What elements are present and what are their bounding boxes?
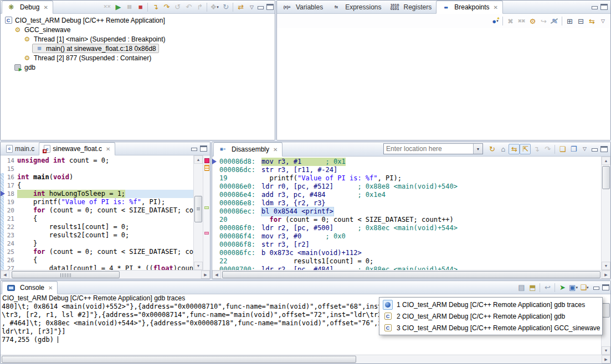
scroll-thumb[interactable]	[602, 166, 610, 189]
tree-row[interactable]: CCIO_test_ARM Debug [C/C++ Remote Applic…	[1, 15, 275, 25]
tree-row[interactable]: ⚙Thread [1] <main> (Suspended : Breakpoi…	[1, 34, 275, 44]
view-menu-icon[interactable]: ▽	[250, 4, 254, 10]
maximize-button[interactable]	[600, 146, 608, 152]
tab-debug[interactable]: ❋ Debug ✕	[2, 1, 53, 14]
skip-all-breakpoints-icon[interactable]: ✎	[549, 16, 560, 27]
tree-row[interactable]: ≡main() at sinewave_float.c:18 0x86d8	[1, 44, 275, 53]
resume-icon[interactable]: ▶	[112, 2, 124, 12]
close-icon[interactable]: ✕	[273, 147, 278, 153]
location-combo[interactable]: ▼	[383, 143, 483, 154]
scroll-down-arrow[interactable]: ▼	[194, 262, 203, 270]
editor-line[interactable]: 25 for (count = 0; count < SIZE_DATASET;…	[1, 248, 193, 256]
minimize-button[interactable]	[191, 145, 198, 152]
open-console-icon[interactable]: ❏▾	[579, 282, 590, 293]
scroll-thumb[interactable]	[222, 271, 600, 278]
disassembly-line[interactable]: 000086f4:mov r3, #0 ; 0x0	[212, 232, 601, 241]
pin-console-icon[interactable]: ➤	[557, 282, 568, 293]
minimize-button[interactable]	[591, 146, 598, 152]
scroll-track[interactable]	[602, 165, 610, 262]
tab-expressions[interactable]: fxExpressions	[327, 1, 386, 13]
tree-row[interactable]: ⚙Thread [2] 877 (Suspended : Container)	[1, 53, 275, 63]
view-menu-icon[interactable]: ▽	[579, 144, 590, 154]
disassembly-line[interactable]: 000086fc:b 0x873c <main(void)+112>	[212, 249, 601, 257]
breakpoint-settings-icon[interactable]: ⚙	[527, 16, 538, 27]
maximize-button[interactable]	[266, 4, 274, 10]
scroll-thumb[interactable]	[2, 356, 356, 363]
selected-stack-frame[interactable]: ≡main() at sinewave_float.c:18 0x86d8	[32, 44, 159, 53]
track-expression-icon[interactable]: ⇱	[520, 144, 531, 154]
combo-dropdown-icon[interactable]: ▼	[473, 144, 482, 154]
scroll-left-arrow[interactable]: ◀	[1, 271, 9, 279]
tab-disassembly[interactable]: ≣≡ Disassembly ✕	[213, 142, 283, 157]
location-input[interactable]	[384, 145, 473, 153]
disassembly-code-area[interactable]: 000086d8:mov r3, #1 ; 0x1000086dc:str r3…	[212, 157, 601, 270]
close-icon[interactable]: ✕	[494, 4, 498, 11]
disassembly-line[interactable]: 000086f8:str r3, [r2]	[212, 241, 601, 249]
scroll-right-arrow[interactable]: ▶	[602, 271, 610, 279]
editor-line[interactable]: 20 for (count = 0; count < SIZE_DATASET;…	[1, 206, 193, 215]
instruction-stepping-icon[interactable]: ↻	[220, 2, 231, 12]
scroll-up-arrow[interactable]: ▲	[602, 157, 610, 165]
tree-row[interactable]: ⚙GCC_sinewave	[1, 25, 275, 34]
sync-with-context-icon[interactable]: ⇆	[509, 144, 520, 154]
refresh-disassembly-icon[interactable]: ↻	[486, 144, 497, 154]
scroll-lock-icon[interactable]: ⬒	[527, 282, 538, 293]
overview-ruler[interactable]	[203, 155, 210, 270]
close-icon[interactable]: ✕	[43, 4, 48, 11]
error-marker[interactable]	[204, 158, 209, 163]
tab-variables[interactable]: (x)=Variables	[278, 1, 327, 13]
current-line-marker[interactable]	[204, 206, 209, 209]
disassembly-line[interactable]: 000086e8:ldm r3, {r2, r3}	[212, 199, 601, 207]
home-icon[interactable]: ⌂	[497, 144, 509, 154]
editor-line[interactable]: 22 results1[count] = 0;	[1, 223, 193, 231]
close-icon[interactable]: ✕	[48, 285, 53, 291]
editor-line[interactable]: 26 {	[1, 256, 193, 264]
console-menu-item[interactable]: C3 CIO_test_ARM Debug [C/C++ Remote Appl…	[380, 322, 602, 334]
editor-code-area[interactable]: 14unsigned int count = 0;1516int main(vo…	[1, 155, 193, 270]
scroll-thumb[interactable]	[194, 196, 202, 222]
editor-line[interactable]: 17{	[1, 181, 193, 190]
scroll-track[interactable]	[9, 271, 201, 279]
disassembly-line[interactable]: 000086e4:add r3, pc, #484 ; 0x1e4	[212, 191, 601, 199]
word-wrap-icon[interactable]: ↩	[542, 282, 553, 293]
view-menu-icon[interactable]: ▽	[597, 16, 608, 27]
scroll-thumb[interactable]	[12, 271, 120, 278]
scroll-up-arrow[interactable]: ▲	[194, 155, 203, 164]
open-new-view-icon[interactable]: ❏	[557, 144, 568, 154]
maximize-button[interactable]	[200, 145, 207, 152]
minimize-button[interactable]	[593, 284, 600, 290]
disassembly-line[interactable]: 000086d8:mov r3, #1 ; 0x1	[212, 158, 601, 166]
editor-line[interactable]: 23 results2[count] = 0;	[1, 231, 193, 240]
disassembly-line[interactable]: 20 for (count = 0; count < SIZE_DATASET;…	[212, 216, 601, 224]
tab-main.c[interactable]: cmain.c	[2, 142, 39, 155]
occurrence-marker[interactable]	[204, 232, 209, 235]
pin-view-icon[interactable]: ❐	[568, 144, 579, 154]
disassembly-line[interactable]: 22 results1[count] = 0;	[212, 257, 601, 266]
tab-breakpoints[interactable]: ●●Breakpoints✕	[436, 1, 503, 14]
display-selected-console-icon[interactable]: ▣▾	[568, 282, 579, 293]
clear-console-icon[interactable]: ▤	[516, 282, 527, 293]
editor-line[interactable]: 16int main(void)	[1, 173, 193, 181]
dropdown-arrow-icon[interactable]: ▾	[576, 285, 578, 290]
editor-line[interactable]: 24 }	[1, 240, 193, 248]
editor-line[interactable]: 19 printf("Value of PI is: %f", PI);	[1, 198, 193, 206]
editor-vertical-scrollbar[interactable]: ▲ ▼	[193, 155, 203, 270]
maximize-button[interactable]	[600, 4, 608, 10]
dropdown-arrow-icon[interactable]: ▾	[217, 5, 219, 9]
editor-line[interactable]: 27 data1[count] = 4 * PI * ((float)count	[1, 264, 193, 270]
scroll-track[interactable]	[221, 271, 602, 279]
terminate-icon[interactable]: ■	[135, 2, 146, 12]
console-horizontal-scrollbar[interactable]: ▶	[1, 355, 610, 363]
step-over-icon[interactable]: ↷	[161, 2, 172, 12]
scroll-left-arrow[interactable]: ◀	[212, 271, 221, 279]
add-breakpoint-icon[interactable]: ●✦▾	[490, 16, 501, 27]
link-with-debug-icon[interactable]: ⇆	[586, 16, 597, 27]
disassembly-line[interactable]: 000086ec:bl 0x8544 <printf>	[212, 207, 601, 216]
disassembly-line[interactable]: 00008700:ldr r2, [pc, #484] ; 0x88ec <ma…	[212, 266, 601, 270]
console-menu-item[interactable]: 1 CIO_test_ARM Debug [C/C++ Remote Appli…	[380, 299, 602, 310]
scroll-track[interactable]	[602, 303, 610, 346]
tree-row[interactable]: gdb	[1, 63, 275, 72]
editor-line[interactable]: 14unsigned int count = 0;	[1, 157, 193, 165]
tab-registers[interactable]: 1010 0101Registers	[386, 1, 437, 13]
editor-line[interactable]: 21 {	[1, 215, 193, 223]
